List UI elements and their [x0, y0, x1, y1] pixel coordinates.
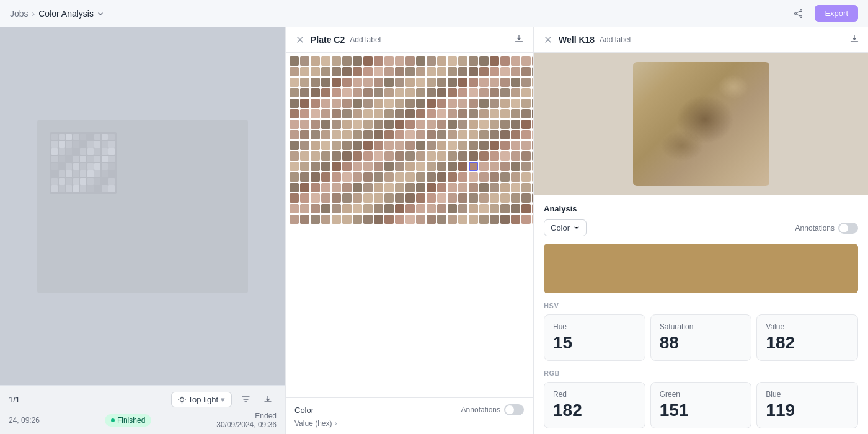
well-cell[interactable] — [532, 193, 533, 203]
well-cell[interactable] — [384, 130, 394, 140]
well-cell[interactable] — [532, 204, 533, 213]
well-cell[interactable] — [332, 67, 341, 76]
well-cell[interactable] — [363, 172, 373, 182]
well-cell[interactable] — [374, 151, 383, 161]
well-cell[interactable] — [321, 215, 330, 224]
well-cell[interactable] — [521, 204, 531, 213]
well-cell[interactable] — [469, 215, 478, 224]
well-cell[interactable] — [374, 67, 383, 76]
well-cell[interactable] — [458, 56, 467, 66]
well-cell[interactable] — [521, 56, 531, 66]
well-cell[interactable] — [353, 193, 362, 203]
color-selector[interactable]: Color — [544, 219, 587, 236]
well-cell[interactable] — [427, 56, 436, 66]
well-cell[interactable] — [332, 151, 341, 161]
well-cell[interactable] — [405, 172, 415, 182]
well-cell[interactable] — [395, 78, 404, 87]
well-cell[interactable] — [437, 183, 446, 192]
well-cell[interactable] — [521, 215, 531, 224]
well-cell[interactable] — [374, 56, 383, 66]
well-cell[interactable] — [363, 183, 373, 192]
well-cell[interactable] — [353, 56, 362, 66]
well-cell[interactable] — [353, 109, 362, 118]
well-cell[interactable] — [353, 204, 362, 213]
well-cell[interactable] — [479, 99, 489, 108]
well-cell[interactable] — [521, 120, 531, 129]
well-cell[interactable] — [437, 56, 446, 66]
well-cell[interactable] — [521, 67, 531, 76]
well-cell[interactable] — [521, 99, 531, 108]
well-cell[interactable] — [363, 204, 373, 213]
well-cell[interactable] — [342, 151, 352, 161]
well-cell[interactable] — [300, 109, 309, 118]
well-cell[interactable] — [500, 151, 510, 161]
well-cell[interactable] — [511, 172, 520, 182]
well-cell[interactable] — [469, 141, 478, 150]
well-cell[interactable] — [321, 172, 330, 182]
well-cell[interactable] — [479, 67, 489, 76]
well-cell[interactable] — [511, 88, 520, 97]
well-cell[interactable] — [521, 109, 531, 118]
well-cell[interactable] — [532, 88, 533, 97]
well-cell[interactable] — [511, 141, 520, 150]
well-cell[interactable] — [332, 215, 341, 224]
well-cell[interactable] — [500, 130, 510, 140]
well-cell[interactable] — [511, 130, 520, 140]
well-cell[interactable] — [384, 56, 394, 66]
well-cell[interactable] — [458, 109, 467, 118]
well-cell[interactable] — [321, 162, 330, 171]
well-cell[interactable] — [384, 99, 394, 108]
well-cell[interactable] — [363, 193, 373, 203]
well-cell[interactable] — [321, 56, 330, 66]
well-cell[interactable] — [532, 215, 533, 224]
well-cell[interactable] — [395, 193, 404, 203]
well-cell[interactable] — [511, 56, 520, 66]
well-cell[interactable] — [374, 88, 383, 97]
export-button[interactable]: Export — [815, 5, 858, 22]
well-cell[interactable] — [479, 141, 489, 150]
well-cell[interactable] — [479, 78, 489, 87]
close-plate-c2-icon[interactable] — [294, 34, 306, 45]
well-cell[interactable] — [521, 193, 531, 203]
well-cell[interactable] — [458, 204, 467, 213]
well-cell[interactable] — [427, 99, 436, 108]
well-cell[interactable] — [437, 193, 446, 203]
well-cell[interactable] — [363, 141, 373, 150]
well-cell[interactable] — [395, 172, 404, 182]
well-cell[interactable] — [532, 67, 533, 76]
well-cell[interactable] — [500, 67, 510, 76]
well-cell[interactable] — [521, 141, 531, 150]
well-cell[interactable] — [353, 151, 362, 161]
well-cell[interactable] — [448, 120, 457, 129]
well-cell[interactable] — [490, 183, 499, 192]
well-cell[interactable] — [437, 151, 446, 161]
well-cell[interactable] — [405, 99, 415, 108]
well-cell[interactable] — [384, 109, 394, 118]
well-cell[interactable] — [311, 88, 320, 97]
well-cell[interactable] — [500, 120, 510, 129]
well-cell[interactable] — [437, 78, 446, 87]
well-cell[interactable] — [427, 88, 436, 97]
well-cell[interactable] — [363, 120, 373, 129]
well-cell[interactable] — [532, 130, 533, 140]
well-cell[interactable] — [374, 99, 383, 108]
well-cell[interactable] — [511, 204, 520, 213]
well-cell[interactable] — [332, 204, 341, 213]
well-cell[interactable] — [290, 141, 299, 150]
well-cell[interactable] — [427, 78, 436, 87]
well-cell[interactable] — [290, 56, 299, 66]
well-cell[interactable] — [311, 204, 320, 213]
well-cell[interactable] — [437, 172, 446, 182]
well-cell[interactable] — [405, 193, 415, 203]
add-label-plate[interactable]: Add label — [350, 35, 381, 44]
well-cell[interactable] — [448, 193, 457, 203]
well-cell[interactable] — [521, 130, 531, 140]
well-cell[interactable] — [490, 193, 499, 203]
well-cell[interactable] — [363, 56, 373, 66]
well-cell[interactable] — [353, 120, 362, 129]
well-cell[interactable] — [532, 99, 533, 108]
well-cell[interactable] — [353, 215, 362, 224]
well-cell[interactable] — [405, 183, 415, 192]
well-cell[interactable] — [395, 204, 404, 213]
well-cell[interactable] — [405, 67, 415, 76]
